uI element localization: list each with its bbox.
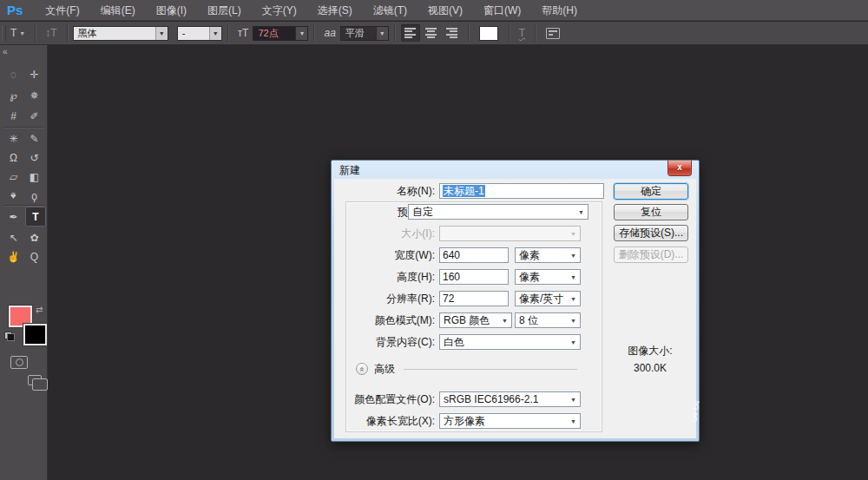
align-left-button[interactable] bbox=[401, 24, 420, 42]
dialog-body: 名称(N): 未标题-1 预设(P): 自定 大小(I): 宽度(W): bbox=[334, 179, 696, 438]
pixel-aspect-select[interactable]: 方形像素 bbox=[439, 413, 581, 429]
height-unit-select[interactable]: 像素 bbox=[515, 269, 581, 285]
chevron-down-icon[interactable]: ▼ bbox=[209, 27, 221, 40]
resolution-label: 分辨率(R): bbox=[334, 291, 435, 306]
move-tool[interactable]: ✛ bbox=[25, 66, 43, 83]
menu-bar: Ps 文件(F) 编辑(E) 图像(I) 图层(L) 文字(Y) 选择(S) 滤… bbox=[0, 0, 868, 21]
photoshop-window: Ps 文件(F) 编辑(E) 图像(I) 图层(L) 文字(Y) 选择(S) 滤… bbox=[0, 0, 868, 480]
chevron-down-icon[interactable]: ▼ bbox=[295, 27, 307, 40]
menu-filter[interactable]: 滤镜(T) bbox=[363, 0, 418, 21]
elliptical-marquee-tool[interactable]: ◌ bbox=[4, 66, 23, 83]
menu-view[interactable]: 视图(V) bbox=[418, 0, 473, 21]
resolution-input[interactable]: 72 bbox=[439, 291, 509, 306]
size-select bbox=[439, 226, 581, 241]
text-color-swatch[interactable] bbox=[479, 26, 498, 41]
separator bbox=[468, 24, 469, 42]
type-tool-icon: T bbox=[10, 27, 16, 39]
color-profile-label: 颜色配置文件(O): bbox=[334, 391, 435, 407]
font-style-select[interactable]: - ▼ bbox=[177, 26, 222, 41]
preset-select[interactable]: 自定 bbox=[408, 204, 589, 220]
font-size-select[interactable]: 72点 ▼ bbox=[253, 26, 308, 41]
chevron-down-icon: ▼ bbox=[19, 30, 25, 36]
text-orientation-toggle[interactable]: ↕T bbox=[41, 25, 61, 41]
menu-type[interactable]: 文字(Y) bbox=[252, 0, 307, 21]
default-colors-icon[interactable] bbox=[4, 332, 15, 341]
healing-brush-tool[interactable]: ✳ bbox=[4, 130, 23, 148]
hand-tool[interactable]: ✌ bbox=[4, 248, 23, 266]
dodge-tool[interactable]: ϙ bbox=[25, 187, 43, 205]
background-label: 背景内容(C): bbox=[334, 334, 435, 350]
menu-layer[interactable]: 图层(L) bbox=[197, 0, 252, 21]
menu-select[interactable]: 选择(S) bbox=[307, 0, 363, 21]
menu-edit[interactable]: 编辑(E) bbox=[90, 0, 146, 21]
anti-alias-select[interactable]: 平滑 ▼ bbox=[340, 26, 389, 41]
tool-palette: « ◌ ✛ ℘ ✵ # ✐ ✳ ✎ Ω ↺ ▱ ◧ ♠ ϙ ✒ T ↖ ✿ ✌ … bbox=[0, 45, 48, 480]
eraser-tool[interactable]: ▱ bbox=[4, 168, 23, 186]
history-brush-tool[interactable]: ↺ bbox=[25, 149, 43, 167]
color-profile-select[interactable]: sRGB IEC61966-2.1 bbox=[439, 391, 581, 407]
align-center-button[interactable] bbox=[422, 24, 441, 42]
menu-window[interactable]: 窗口(W) bbox=[473, 0, 531, 21]
height-input[interactable]: 160 bbox=[439, 269, 509, 285]
image-size-label: 图像大小: bbox=[610, 344, 690, 358]
delete-preset-button: 删除预设(D)... bbox=[614, 247, 688, 263]
close-button[interactable]: x bbox=[667, 161, 692, 176]
custom-shape-tool[interactable]: ✿ bbox=[25, 229, 43, 247]
width-label: 宽度(W): bbox=[334, 247, 435, 263]
chevron-down-icon[interactable]: ▼ bbox=[155, 27, 168, 40]
toggle-panels-button[interactable] bbox=[546, 28, 560, 39]
separator bbox=[227, 24, 228, 42]
warp-text-button[interactable]: T bbox=[515, 25, 529, 41]
screen-mode-button[interactable] bbox=[28, 375, 42, 385]
ps-logo: Ps bbox=[7, 3, 23, 17]
options-bar: T ▼ ↕T 黑体 ▼ - ▼ ᴛT 72点 ▼ aa 平滑 ▼ bbox=[0, 22, 868, 45]
separator bbox=[509, 24, 510, 42]
chevron-down-icon[interactable]: ▼ bbox=[376, 27, 388, 40]
tool-preset-picker[interactable]: T ▼ bbox=[6, 25, 30, 41]
save-preset-button[interactable]: 存储预设(S)... bbox=[614, 225, 688, 241]
advanced-toggle-button[interactable]: « bbox=[356, 363, 368, 375]
align-right-button[interactable] bbox=[443, 24, 462, 42]
color-mode-row: 颜色模式(M): RGB 颜色 8 位 bbox=[334, 312, 696, 328]
background-color-swatch[interactable] bbox=[23, 324, 47, 345]
width-unit-select[interactable]: 像素 bbox=[515, 247, 581, 263]
quick-mask-button[interactable] bbox=[10, 356, 28, 369]
divider bbox=[3, 127, 43, 128]
path-selection-tool[interactable]: ↖ bbox=[4, 229, 23, 247]
menu-help[interactable]: 帮助(H) bbox=[531, 0, 588, 21]
zoom-tool[interactable]: Q bbox=[25, 248, 43, 266]
font-family-select[interactable]: 黑体 ▼ bbox=[73, 26, 168, 41]
lasso-tool[interactable]: ℘ bbox=[4, 87, 23, 104]
gradient-tool[interactable]: ◧ bbox=[25, 168, 43, 186]
switch-colors-icon[interactable]: ⇄ bbox=[36, 305, 43, 314]
type-tool[interactable]: T bbox=[25, 207, 46, 227]
brush-tool[interactable]: ✎ bbox=[25, 130, 43, 148]
reset-button[interactable]: 复位 bbox=[614, 204, 688, 220]
name-input[interactable]: 未标题-1 bbox=[439, 183, 604, 199]
clone-stamp-tool[interactable]: Ω bbox=[4, 149, 23, 167]
font-size-icon: ᴛT bbox=[233, 25, 253, 41]
resolution-row: 分辨率(R): 72 像素/英寸 bbox=[334, 291, 696, 306]
pen-tool[interactable]: ✒ bbox=[4, 208, 23, 226]
collapse-toolbar-icon[interactable]: « bbox=[3, 47, 8, 56]
width-input[interactable]: 640 bbox=[439, 247, 509, 263]
menu-file[interactable]: 文件(F) bbox=[35, 0, 89, 21]
new-document-dialog: 新建 x 名称(N): 未标题-1 预设(P): 自定 大小(I): bbox=[331, 160, 700, 442]
height-label: 高度(H): bbox=[334, 269, 435, 285]
menu-image[interactable]: 图像(I) bbox=[146, 0, 197, 21]
resolution-unit-select[interactable]: 像素/英寸 bbox=[515, 291, 581, 306]
height-row: 高度(H): 160 像素 bbox=[334, 269, 696, 285]
ok-button[interactable]: 确定 bbox=[614, 183, 688, 200]
blur-tool[interactable]: ♠ bbox=[4, 187, 23, 205]
bit-depth-select[interactable]: 8 位 bbox=[515, 312, 581, 328]
background-select[interactable]: 白色 bbox=[439, 334, 581, 350]
color-mode-label: 颜色模式(M): bbox=[334, 312, 435, 328]
separator bbox=[67, 24, 68, 42]
separator bbox=[35, 24, 36, 42]
crop-tool[interactable]: # bbox=[4, 108, 23, 125]
divider bbox=[3, 205, 43, 206]
chevron-up-icon: « bbox=[356, 367, 367, 372]
color-mode-select[interactable]: RGB 颜色 bbox=[439, 312, 512, 328]
eyedropper-tool[interactable]: ✐ bbox=[25, 108, 43, 125]
magic-wand-tool[interactable]: ✵ bbox=[25, 87, 43, 104]
